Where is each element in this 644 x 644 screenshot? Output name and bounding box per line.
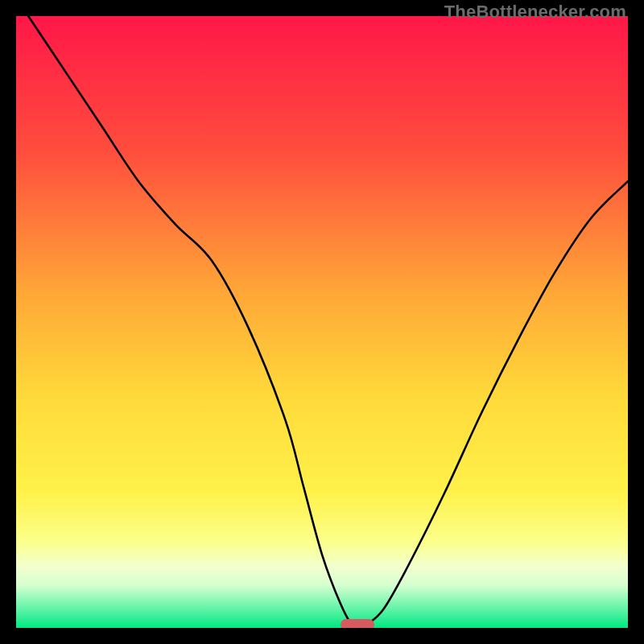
curve-layer [16,16,628,628]
chart-frame: TheBottlenecker.com [0,0,644,644]
watermark-text: TheBottlenecker.com [444,2,626,23]
plot-area [16,16,628,628]
optimal-marker [341,619,374,628]
bottleneck-curve [28,16,628,627]
